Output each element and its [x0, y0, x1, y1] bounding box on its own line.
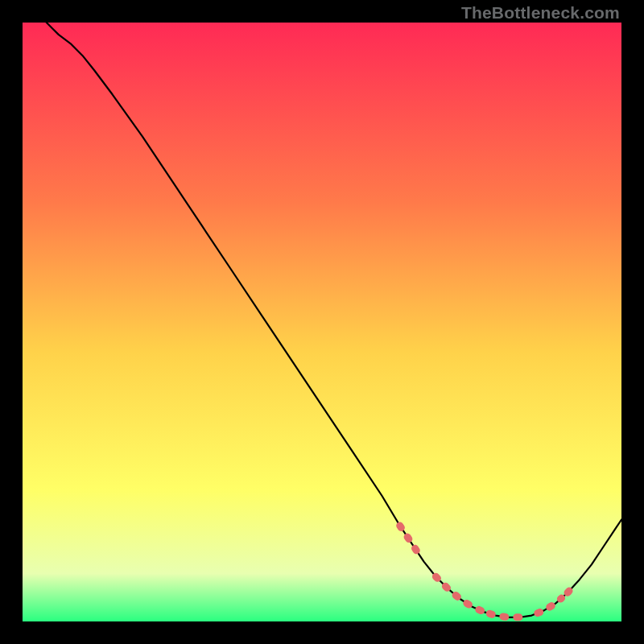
bottleneck-chart	[23, 23, 621, 621]
highlight-dash	[538, 611, 543, 613]
chart-frame	[23, 23, 621, 621]
watermark-text: TheBottleneck.com	[461, 3, 620, 23]
gradient-background	[23, 23, 621, 621]
